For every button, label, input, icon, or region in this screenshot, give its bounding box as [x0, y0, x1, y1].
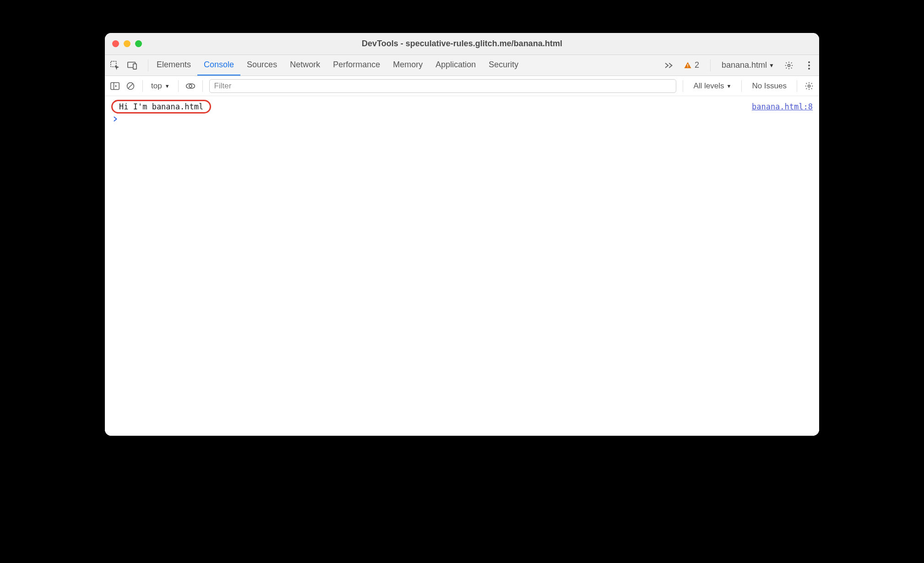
- clear-console-icon[interactable]: [125, 81, 136, 92]
- console-settings-icon[interactable]: [804, 81, 815, 92]
- context-label: top: [151, 81, 162, 91]
- divider: [202, 80, 203, 92]
- tab-application[interactable]: Application: [429, 55, 482, 76]
- live-expression-icon[interactable]: [185, 81, 196, 92]
- target-selector[interactable]: banana.html ▼: [722, 60, 774, 70]
- tab-network[interactable]: Network: [283, 55, 326, 76]
- svg-point-6: [808, 61, 810, 63]
- tab-performance[interactable]: Performance: [326, 55, 386, 76]
- console-output: Hi I'm banana.html banana.html:8: [105, 96, 819, 436]
- caret-down-icon: ▼: [165, 83, 170, 89]
- warning-count: 2: [695, 60, 699, 70]
- more-tabs-icon[interactable]: [663, 60, 674, 71]
- svg-rect-3: [687, 64, 688, 66]
- caret-down-icon: ▼: [727, 83, 732, 89]
- issues-label[interactable]: No Issues: [748, 81, 790, 91]
- maximize-window-button[interactable]: [135, 40, 142, 47]
- context-selector[interactable]: top ▼: [149, 81, 172, 91]
- divider: [797, 80, 797, 92]
- warning-icon: [684, 61, 692, 70]
- divider: [683, 80, 683, 92]
- inspect-element-icon[interactable]: [109, 60, 120, 71]
- tab-security[interactable]: Security: [482, 55, 525, 76]
- divider: [148, 60, 148, 71]
- console-toolbar: top ▼ All levels ▼ No Issues: [105, 76, 819, 96]
- close-window-button[interactable]: [112, 40, 119, 47]
- svg-point-8: [808, 68, 810, 70]
- svg-point-14: [808, 85, 810, 87]
- tab-sources[interactable]: Sources: [240, 55, 283, 76]
- svg-point-5: [788, 64, 790, 66]
- caret-down-icon: ▼: [769, 62, 774, 69]
- console-source-link[interactable]: banana.html:8: [752, 102, 813, 111]
- divider: [710, 60, 711, 71]
- svg-line-12: [128, 84, 133, 88]
- device-toolbar-icon[interactable]: [127, 60, 138, 71]
- tab-elements[interactable]: Elements: [150, 55, 197, 76]
- tab-memory[interactable]: Memory: [386, 55, 429, 76]
- console-log-row: Hi I'm banana.html banana.html:8: [111, 99, 813, 114]
- svg-rect-4: [687, 66, 688, 67]
- filter-input[interactable]: [209, 79, 677, 93]
- tab-strip: Elements Console Sources Network Perform…: [105, 55, 819, 76]
- titlebar: DevTools - speculative-rules.glitch.me/b…: [105, 33, 819, 55]
- tab-console[interactable]: Console: [197, 55, 240, 76]
- svg-rect-2: [133, 64, 136, 69]
- warnings-badge[interactable]: 2: [684, 60, 699, 70]
- kebab-menu-icon[interactable]: [804, 60, 815, 71]
- divider: [741, 80, 742, 92]
- svg-point-7: [808, 65, 810, 66]
- target-label: banana.html: [722, 60, 767, 70]
- console-log-message: Hi I'm banana.html: [111, 100, 211, 114]
- devtools-window: DevTools - speculative-rules.glitch.me/b…: [105, 33, 819, 436]
- traffic-lights: [112, 40, 142, 47]
- svg-rect-9: [111, 82, 119, 89]
- divider: [142, 80, 143, 92]
- console-prompt-icon[interactable]: [111, 114, 813, 122]
- toggle-sidebar-icon[interactable]: [109, 81, 120, 92]
- log-levels-selector[interactable]: All levels ▼: [690, 81, 735, 91]
- settings-icon[interactable]: [783, 60, 794, 71]
- window-title: DevTools - speculative-rules.glitch.me/b…: [105, 39, 819, 49]
- divider: [178, 80, 179, 92]
- svg-point-13: [189, 85, 192, 87]
- minimize-window-button[interactable]: [124, 40, 130, 47]
- levels-label: All levels: [693, 81, 724, 91]
